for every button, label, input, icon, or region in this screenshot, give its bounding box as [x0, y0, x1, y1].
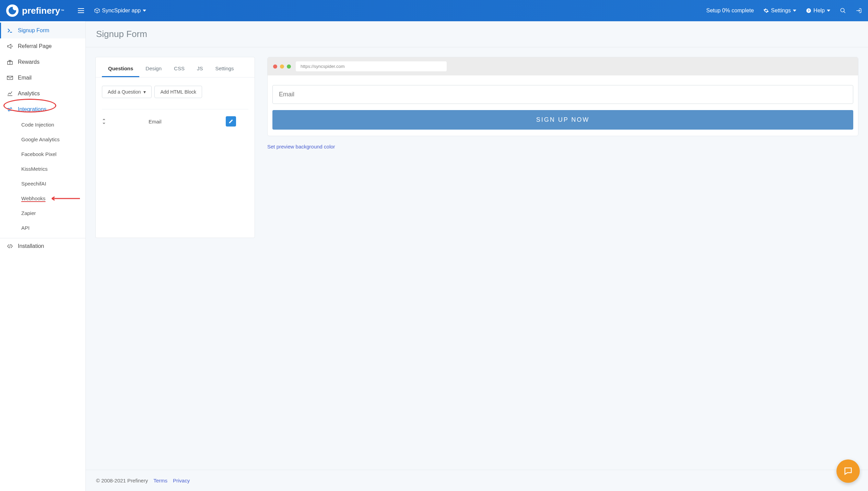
sidebar-sub-code-injection[interactable]: Code Injection — [0, 117, 85, 132]
tab-questions[interactable]: Questions — [102, 62, 139, 77]
sidebar-item-label: Signup Form — [18, 27, 49, 34]
sidebar-sub-kissmetrics[interactable]: KissMetrics — [0, 161, 85, 176]
svg-text:?: ? — [808, 9, 810, 12]
chart-icon — [7, 91, 13, 97]
sidebar-item-label: Installation — [18, 243, 44, 249]
sidebar-item-label: Rewards — [18, 59, 39, 65]
add-html-block-button[interactable]: Add HTML Block — [154, 86, 202, 98]
questions-panel: Questions Design CSS JS Settings Add a Q… — [95, 57, 255, 238]
traffic-red-icon — [273, 64, 277, 69]
sidebar-sub-facebook-pixel[interactable]: Facebook Pixel — [0, 147, 85, 161]
sidebar-item-integrations[interactable]: Integrations — [0, 101, 85, 117]
tab-design[interactable]: Design — [139, 62, 168, 77]
hamburger-button[interactable] — [78, 8, 84, 13]
brand-tm: ™ — [61, 9, 64, 13]
footer-copyright: © 2008-2021 Prefinery — [96, 478, 148, 483]
sidebar-item-installation[interactable]: Installation — [0, 238, 85, 254]
brand-name: prefinery — [22, 5, 60, 16]
project-picker[interactable]: SyncSpider app — [94, 8, 146, 14]
project-name: SyncSpider app — [102, 8, 141, 14]
sidebar-sub-zapier[interactable]: Zapier — [0, 206, 85, 220]
help-fab[interactable] — [836, 459, 860, 483]
browser-mock: https://syncspider.com SIGN UP NOW — [267, 57, 858, 136]
gift-icon — [7, 59, 13, 65]
caret-down-icon — [143, 10, 146, 12]
sidebar-sub-speechifai[interactable]: SpeechifAI — [0, 176, 85, 191]
chat-icon — [843, 466, 853, 476]
tab-js[interactable]: JS — [191, 62, 209, 77]
code-icon — [7, 243, 13, 249]
caret-down-icon — [793, 10, 796, 12]
topbar: prefinery™ SyncSpider app Setup 0% compl… — [0, 0, 868, 21]
topbar-right: Setup 0% complete Settings ? Help — [706, 8, 862, 14]
tabs: Questions Design CSS JS Settings — [96, 57, 255, 77]
sort-handle-icon[interactable] — [102, 119, 108, 124]
preview-form: SIGN UP NOW — [268, 75, 858, 136]
logout-button[interactable] — [856, 8, 862, 14]
edit-question-button[interactable] — [226, 116, 236, 127]
sidebar-item-analytics[interactable]: Analytics — [0, 86, 85, 101]
settings-menu[interactable]: Settings — [763, 8, 796, 14]
footer-terms-link[interactable]: Terms — [153, 478, 167, 483]
main: Signup Form Questions Design CSS JS Sett… — [86, 21, 868, 491]
help-icon: ? — [806, 8, 811, 13]
sidebar-sub-webhooks[interactable]: Webhooks — [0, 191, 85, 206]
preview-email-input[interactable] — [272, 85, 853, 104]
arrows-icon — [7, 106, 13, 112]
page-title: Signup Form — [96, 29, 858, 39]
sidebar-item-email[interactable]: Email — [0, 70, 85, 86]
caret-down-icon: ▾ — [143, 89, 146, 95]
search-button[interactable] — [840, 8, 846, 14]
signup-form-icon — [7, 27, 13, 34]
sidebar-item-label: Analytics — [18, 91, 40, 97]
sidebar-item-rewards[interactable]: Rewards — [0, 54, 85, 70]
sidebar-item-label: Referral Page — [18, 43, 52, 49]
url-bar: https://syncspider.com — [296, 61, 447, 71]
page-header: Signup Form — [86, 21, 868, 47]
sidebar-item-label: Email — [18, 75, 32, 81]
gear-icon — [763, 8, 769, 13]
tab-css[interactable]: CSS — [168, 62, 191, 77]
traffic-yellow-icon — [280, 64, 284, 69]
sidebar-sub-api[interactable]: API — [0, 220, 85, 235]
box-icon — [94, 8, 100, 13]
footer: © 2008-2021 Prefinery Terms Privacy — [86, 470, 868, 491]
sidebar-sub-google-analytics[interactable]: Google Analytics — [0, 132, 85, 147]
question-label: Email — [114, 119, 220, 124]
footer-privacy-link[interactable]: Privacy — [173, 478, 190, 483]
edit-icon — [228, 119, 233, 124]
sidebar-item-signup-form[interactable]: Signup Form — [0, 23, 85, 38]
preview-signup-button[interactable]: SIGN UP NOW — [272, 110, 853, 130]
caret-down-icon — [827, 10, 830, 12]
add-question-button[interactable]: Add a Question ▾ — [102, 86, 152, 98]
logo-mark-icon — [6, 4, 19, 17]
search-icon — [840, 8, 846, 14]
tab-settings[interactable]: Settings — [209, 62, 240, 77]
browser-bar: https://syncspider.com — [268, 57, 858, 75]
sidebar-item-referral-page[interactable]: Referral Page — [0, 38, 85, 54]
help-menu[interactable]: ? Help — [806, 8, 830, 14]
setup-status[interactable]: Setup 0% complete — [706, 8, 754, 14]
sidebar: Signup Form Referral Page Rewards Email … — [0, 21, 86, 491]
annotation-arrow — [49, 196, 80, 201]
sidebar-item-label: Integrations — [18, 106, 47, 112]
set-preview-bg-link[interactable]: Set preview background color — [267, 144, 335, 149]
megaphone-icon — [7, 43, 13, 49]
question-row: Email — [102, 109, 248, 127]
svg-point-2 — [841, 8, 844, 12]
brand-logo[interactable]: prefinery™ — [6, 4, 64, 17]
logout-icon — [856, 8, 862, 14]
envelope-icon — [7, 75, 13, 81]
traffic-lights — [273, 64, 291, 69]
traffic-green-icon — [287, 64, 291, 69]
preview-panel: https://syncspider.com SIGN UP NOW Set p… — [267, 57, 858, 150]
hamburger-icon — [78, 8, 84, 13]
